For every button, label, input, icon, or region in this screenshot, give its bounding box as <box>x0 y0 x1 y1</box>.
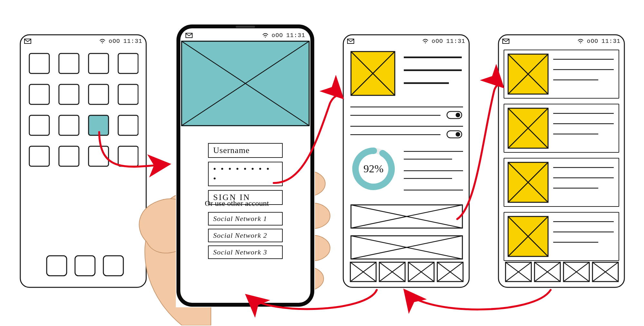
arrow-profile-to-list <box>457 85 502 219</box>
arrow-login-to-profile <box>274 95 341 183</box>
arrow-list-nav-to-profile <box>406 290 551 310</box>
arrow-home-to-login <box>99 132 167 167</box>
arrow-profile-nav-to-login <box>248 290 377 309</box>
flow-arrows <box>0 0 644 326</box>
wireframe-flow-diagram: oOO 11:31 <box>0 0 644 326</box>
